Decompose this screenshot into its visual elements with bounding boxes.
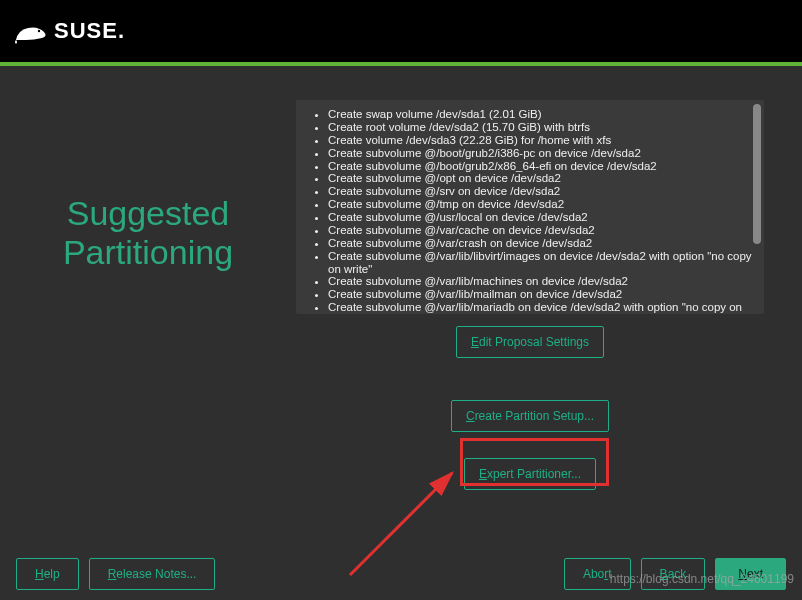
- partition-item: Create subvolume @/var/lib/libvirt/image…: [328, 250, 754, 276]
- brand-name: SUSE.: [54, 18, 125, 44]
- partition-item: Create subvolume @/boot/grub2/x86_64-efi…: [328, 160, 754, 173]
- brand-logo: SUSE.: [14, 18, 125, 44]
- partition-list[interactable]: Create swap volume /dev/sda1 (2.01 GiB)C…: [296, 100, 764, 314]
- partition-item: Create subvolume @/var/cache on device /…: [328, 224, 754, 237]
- partition-item: Create subvolume @/opt on device /dev/sd…: [328, 172, 754, 185]
- back-button[interactable]: Back: [641, 558, 706, 590]
- partition-item: Create subvolume @/var/lib/machines on d…: [328, 275, 754, 288]
- abort-button[interactable]: Abort: [564, 558, 631, 590]
- next-button[interactable]: Next: [715, 558, 786, 590]
- partition-item: Create subvolume @/var/lib/mariadb on de…: [328, 301, 754, 314]
- partition-item: Create subvolume @/srv on device /dev/sd…: [328, 185, 754, 198]
- expert-partitioner-button[interactable]: Expert Partitioner...: [464, 458, 596, 490]
- partition-item: Create swap volume /dev/sda1 (2.01 GiB): [328, 108, 754, 121]
- create-partition-setup-button[interactable]: Create Partition Setup...: [451, 400, 609, 432]
- partition-item: Create subvolume @/tmp on device /dev/sd…: [328, 198, 754, 211]
- main-panel: Create swap volume /dev/sda1 (2.01 GiB)C…: [296, 100, 802, 490]
- svg-point-0: [38, 30, 40, 32]
- partition-item: Create volume /dev/sda3 (22.28 GiB) for …: [328, 134, 754, 147]
- footer-bar: Help Release Notes... Abort Back Next: [16, 558, 786, 590]
- partition-item: Create subvolume @/var/lib/mailman on de…: [328, 288, 754, 301]
- help-button[interactable]: Help: [16, 558, 79, 590]
- edit-proposal-button[interactable]: Edit Proposal Settings: [456, 326, 604, 358]
- chameleon-icon: [14, 22, 50, 44]
- partition-item: Create subvolume @/var/crash on device /…: [328, 237, 754, 250]
- partition-item: Create subvolume @/usr/local on device /…: [328, 211, 754, 224]
- release-notes-button[interactable]: Release Notes...: [89, 558, 216, 590]
- page-title-sidebar: Suggested Partitioning: [0, 100, 296, 490]
- partition-list-items: Create swap volume /dev/sda1 (2.01 GiB)C…: [296, 100, 764, 314]
- app-header: SUSE.: [0, 0, 802, 62]
- partition-item: Create root volume /dev/sda2 (15.70 GiB)…: [328, 121, 754, 134]
- content-area: Suggested Partitioning Create swap volum…: [0, 66, 802, 490]
- partition-item: Create subvolume @/boot/grub2/i386-pc on…: [328, 147, 754, 160]
- page-title: Suggested Partitioning: [0, 194, 296, 272]
- scrollbar[interactable]: [753, 104, 761, 244]
